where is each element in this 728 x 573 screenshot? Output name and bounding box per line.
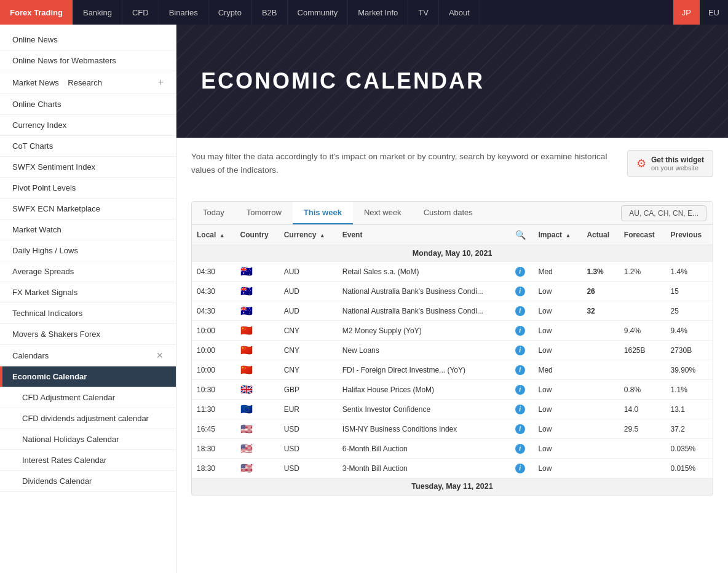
calendar-section: You may filter the data accordingly to i… <box>176 138 728 508</box>
sidebar-item-technical-indicators[interactable]: Technical Indicators <box>0 303 176 324</box>
sidebar-item-interest-rates[interactable]: Interest Rates Calendar <box>0 450 176 471</box>
page-layout: Online News Online News for Webmasters M… <box>0 25 728 573</box>
col-search: 🔍 <box>510 225 534 245</box>
nav-forex-trading[interactable]: Forex Trading <box>0 0 73 25</box>
sidebar-item-cot-charts[interactable]: CoT Charts <box>0 136 176 157</box>
col-country: Country <box>235 225 279 245</box>
hero-banner: ECONOMIC CALENDAR <box>176 25 728 138</box>
sidebar-item-economic-calendar[interactable]: Economic Calendar <box>0 366 176 387</box>
tab-today[interactable]: Today <box>192 202 235 224</box>
sidebar-item-online-news-webmasters[interactable]: Online News for Webmasters <box>0 50 176 71</box>
sidebar-item-swfx-sentiment[interactable]: SWFX Sentiment Index <box>0 157 176 178</box>
flag-au: 🇦🇺 <box>240 266 253 277</box>
table-row: 10:00 🇨🇳 CNY New Loans i Low 1625B 2730B <box>192 341 713 360</box>
nav-b2b[interactable]: B2B <box>252 0 288 25</box>
table-row: 10:00 🇨🇳 CNY M2 Money Supply (YoY) i Low… <box>192 321 713 341</box>
sidebar-item-currency-index[interactable]: Currency Index <box>0 115 176 136</box>
col-currency[interactable]: Currency ▲ <box>279 225 338 245</box>
flag-us: 🇺🇸 <box>240 463 253 473</box>
section-monday: Monday, May 10, 2021 <box>192 245 713 262</box>
nav-crypto[interactable]: Crypto <box>208 0 252 25</box>
flag-cn: 🇨🇳 <box>240 345 253 355</box>
flag-cn: 🇨🇳 <box>240 325 253 336</box>
tab-custom-dates[interactable]: Custom dates <box>413 202 484 224</box>
flag-cn: 🇨🇳 <box>240 365 253 375</box>
nav-cfd[interactable]: CFD <box>122 0 159 25</box>
flag-au: 🇦🇺 <box>240 306 253 316</box>
sidebar-item-national-holidays[interactable]: National Holidays Calendar <box>0 429 176 450</box>
nav-about[interactable]: About <box>439 0 480 25</box>
info-button[interactable]: i <box>515 346 525 355</box>
sidebar-item-movers-shakers[interactable]: Movers & Shakers Forex <box>0 324 176 345</box>
sidebar-item-cfd-dividends-calendar[interactable]: CFD dividends adjustment calendar <box>0 408 176 429</box>
flag-us: 🇺🇸 <box>240 443 253 454</box>
close-icon: ✕ <box>156 350 164 360</box>
nav-binaries[interactable]: Binaries <box>159 0 208 25</box>
language-group: JP EU <box>673 0 728 25</box>
plus-icon: + <box>158 77 164 88</box>
sidebar-item-fx-market-signals[interactable]: FX Market Signals <box>0 282 176 303</box>
sidebar-item-market-watch[interactable]: Market Watch <box>0 219 176 240</box>
nav-market-info[interactable]: Market Info <box>348 0 408 25</box>
tab-bar: Today Tomorrow This week Next week Custo… <box>192 202 713 225</box>
col-event: Event <box>338 225 510 245</box>
sidebar-item-pivot-point[interactable]: Pivot Point Levels <box>0 178 176 199</box>
section-tuesday: Tuesday, May 11, 2021 <box>192 478 713 495</box>
info-button[interactable]: i <box>515 385 525 395</box>
table-row: 04:30 🇦🇺 AUD Retail Sales s.a. (MoM) i M… <box>192 262 713 282</box>
tab-next-week[interactable]: Next week <box>353 202 413 224</box>
table-row: 18:30 🇺🇸 USD 6-Month Bill Auction i Low … <box>192 439 713 459</box>
info-button[interactable]: i <box>515 326 525 336</box>
table-row: 04:30 🇦🇺 AUD National Australia Bank's B… <box>192 301 713 321</box>
flag-gb: 🇬🇧 <box>240 384 253 395</box>
flag-eu: 🇪🇺 <box>240 404 253 414</box>
col-local[interactable]: Local ▲ <box>192 225 235 245</box>
calendar-widget: Today Tomorrow This week Next week Custo… <box>191 201 713 496</box>
sort-arrow-local: ▲ <box>220 232 225 239</box>
page-title: ECONOMIC CALENDAR <box>201 68 485 94</box>
tab-this-week[interactable]: This week <box>293 202 353 224</box>
table-row: 11:30 🇪🇺 EUR Sentix Investor Confidence … <box>192 400 713 419</box>
filter-description: You may filter the data accordingly to i… <box>191 150 615 176</box>
table-header: Local ▲ Country Currency ▲ Event 🔍 Impac… <box>192 225 713 245</box>
search-icon[interactable]: 🔍 <box>515 230 526 240</box>
nav-banking[interactable]: Banking <box>73 0 122 25</box>
sidebar-item-average-spreads[interactable]: Average Spreads <box>0 261 176 282</box>
sidebar-item-online-news[interactable]: Online News <box>0 30 176 50</box>
sidebar-item-cfd-adjustment-calendar[interactable]: CFD Adjustment Calendar <box>0 387 176 408</box>
sidebar-item-online-charts[interactable]: Online Charts <box>0 94 176 115</box>
col-previous: Previous <box>665 225 713 245</box>
sidebar-item-daily-highs-lows[interactable]: Daily Highs / Lows <box>0 240 176 261</box>
info-button[interactable]: i <box>515 286 525 296</box>
info-button[interactable]: i <box>515 424 525 434</box>
nav-community[interactable]: Community <box>288 0 349 25</box>
nav-tv[interactable]: TV <box>408 0 439 25</box>
col-actual: Actual <box>582 225 619 245</box>
lang-eu-button[interactable]: EU <box>700 0 728 25</box>
table-row: 16:45 🇺🇸 USD ISM-NY Business Conditions … <box>192 419 713 439</box>
get-widget-button[interactable]: ⚙ Get this widget on your website <box>627 150 713 177</box>
sidebar-item-swfx-ecn[interactable]: SWFX ECN Marketplace <box>0 199 176 219</box>
col-impact[interactable]: Impact ▲ <box>533 225 582 245</box>
sidebar-item-dividends-calendar[interactable]: Dividends Calendar <box>0 471 176 492</box>
col-forecast: Forecast <box>619 225 666 245</box>
main-content: ECONOMIC CALENDAR You may filter the dat… <box>176 25 728 573</box>
info-button[interactable]: i <box>515 464 525 473</box>
tab-tomorrow[interactable]: Tomorrow <box>235 202 293 224</box>
table-row: 10:30 🇬🇧 GBP Halifax House Prices (MoM) … <box>192 380 713 400</box>
country-filter-button[interactable]: AU, CA, CH, CN, E... <box>621 205 706 221</box>
lang-jp-button[interactable]: JP <box>673 0 700 25</box>
info-button[interactable]: i <box>515 365 525 375</box>
table-row: 10:00 🇨🇳 CNY FDI - Foreign Direct Invest… <box>192 360 713 380</box>
info-button[interactable]: i <box>515 306 525 316</box>
sort-arrow-impact: ▲ <box>565 232 571 239</box>
sidebar: Online News Online News for Webmasters M… <box>0 25 176 573</box>
table-row: 04:30 🇦🇺 AUD National Australia Bank's B… <box>192 282 713 301</box>
info-button[interactable]: i <box>515 267 525 277</box>
flag-au: 🇦🇺 <box>240 286 253 296</box>
sidebar-section-calendars[interactable]: Calendars ✕ <box>0 345 176 366</box>
info-button[interactable]: i <box>515 405 525 414</box>
gear-icon: ⚙ <box>636 157 646 170</box>
sidebar-item-market-news[interactable]: Market News Research + <box>0 71 176 94</box>
info-button[interactable]: i <box>515 444 525 454</box>
